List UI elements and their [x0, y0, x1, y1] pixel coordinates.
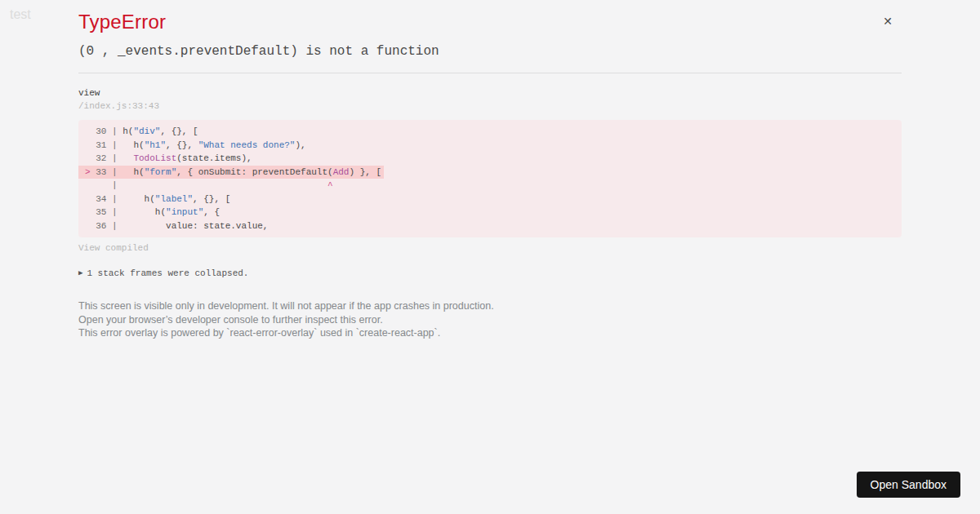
dev-note-line: This error overlay is powered by `react-…: [78, 326, 902, 340]
divider: [78, 73, 902, 73]
dev-note-line: This screen is visible only in developme…: [78, 299, 902, 313]
code-line: 32 | TodoList(state.items),: [85, 152, 895, 166]
code-line: 36 | value: state.value,: [85, 219, 895, 233]
code-line: 35 | h("input", {: [85, 206, 895, 219]
stack-frame-location: /index.js:33:43: [78, 101, 902, 111]
close-button[interactable]: ✕: [879, 12, 897, 30]
error-title: TypeError: [78, 11, 902, 33]
error-message: (0 , _events.preventDefault) is not a fu…: [78, 44, 902, 59]
code-line: 31 | h("h1", {}, "What needs done?"),: [85, 139, 895, 153]
code-line: 34 | h("label", {}, [: [85, 193, 895, 206]
view-compiled-link[interactable]: View compiled: [78, 243, 149, 253]
stack-frames-collapse-toggle[interactable]: ▶1 stack frames were collapsed.: [78, 268, 902, 278]
error-overlay: ✕ TypeError (0 , _events.preventDefault)…: [78, 0, 902, 340]
collapse-label: 1 stack frames were collapsed.: [87, 268, 248, 278]
code-frame: 30 | h("div", {}, [ 31 | h("h1", {}, "Wh…: [78, 120, 902, 237]
background-app-text: test: [10, 7, 31, 22]
open-sandbox-button[interactable]: Open Sandbox: [857, 472, 960, 498]
stack-frame-function-name: view: [78, 88, 902, 98]
dev-notes: This screen is visible only in developme…: [78, 299, 902, 340]
code-line: | ^: [85, 179, 895, 193]
code-line: > 33 | h("form", { onSubmit: preventDefa…: [85, 166, 895, 179]
code-line: 30 | h("div", {}, [: [85, 125, 895, 139]
triangle-right-icon: ▶: [78, 269, 82, 277]
dev-note-line: Open your browser’s developer console to…: [78, 313, 902, 327]
close-icon: ✕: [883, 15, 893, 28]
